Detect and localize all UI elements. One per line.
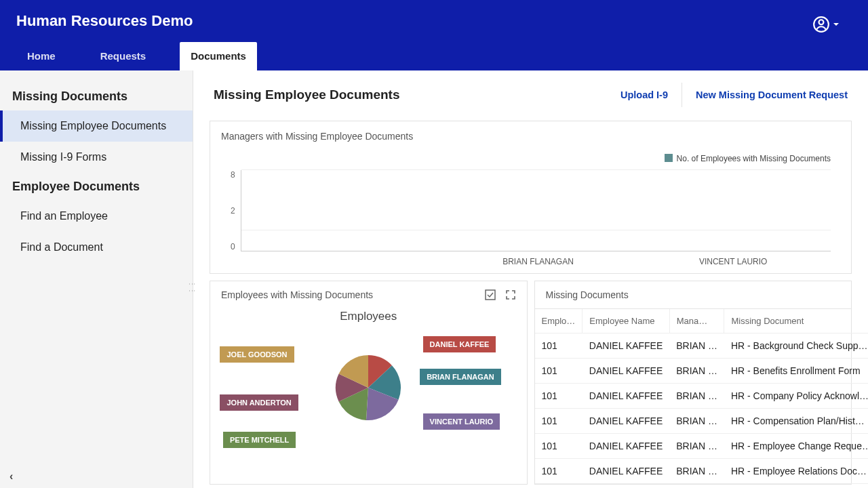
pie-card-title: Employees with Missing Documents [221,289,373,300]
table-row[interactable]: 101DANIEL KAFFEEBRIAN …HR - Background C… [535,333,869,359]
sidebar-item-find-employee[interactable]: Find an Employee [0,201,193,232]
pie-slice-label: VINCENT LAURIO [423,413,500,430]
tab-home[interactable]: Home [16,42,66,70]
bar-plot [241,170,831,251]
legend-label: No. of Employees with Missing Documents [677,154,831,163]
table-title: Missing Documents [535,281,852,309]
table-row[interactable]: 101DANIEL KAFFEEBRIAN …HR - Employee Cha… [535,434,869,459]
checkbox-icon[interactable] [485,289,496,300]
expand-icon[interactable] [505,289,516,300]
upload-i9-button[interactable]: Upload I-9 [620,89,668,100]
sidebar-item-find-document[interactable]: Find a Document [0,232,193,263]
table-row[interactable]: 101DANIEL KAFFEEBRIAN …HR - Compensation… [535,409,869,434]
tab-requests[interactable]: Requests [90,42,157,70]
y-axis: 8 2 0 [231,170,241,251]
pie-chart: DANIEL KAFFEEBRIAN FLANAGANVINCENT LAURI… [217,323,520,452]
svg-point-1 [819,20,824,24]
pie-slice-label: BRIAN FLANAGAN [420,369,501,385]
sidebar-item-missing-employee-documents[interactable]: Missing Employee Documents [0,110,193,142]
caret-down-icon [833,21,840,28]
missing-documents-table: Emplo… Employee Name Mana… Missing Docum… [535,309,869,484]
app-title: Human Resources Demo [16,12,193,37]
pie-chart-title: Employees [217,310,520,323]
user-menu[interactable] [812,16,852,33]
content: Missing Employee Documents Upload I-9 Ne… [193,70,868,488]
managers-chart-title: Managers with Missing Employee Documents [210,121,851,151]
content-title: Missing Employee Documents [214,87,400,102]
legend-swatch [665,154,673,162]
pie-slice-label: PETE MITCHELL [223,432,296,448]
sidebar-heading-missing: Missing Documents [0,83,193,110]
table-row[interactable]: 101DANIEL KAFFEEBRIAN …HR - Benefits Enr… [535,359,869,384]
col-employee-name[interactable]: Employee Name [583,309,669,333]
new-missing-document-request-button[interactable]: New Missing Document Request [696,89,848,100]
x-axis: BRIAN FLANAGAN VINCENT LAURIO [245,251,831,266]
col-manager[interactable]: Mana… [669,309,724,333]
missing-documents-table-card: Missing Documents Emplo… Employee Name M… [534,281,852,485]
main-tabs: Home Requests Documents [16,42,852,70]
table-row[interactable]: 101DANIEL KAFFEEBRIAN …HR - Company Poli… [535,384,869,409]
pie-slice-label: JOHN ANDERTON [220,394,298,411]
sidebar-item-missing-i9-forms[interactable]: Missing I-9 Forms [0,142,193,173]
table-row[interactable]: 101DANIEL KAFFEEBRIAN …HR - Employee Rel… [535,459,869,484]
pie-slice-label: DANIEL KAFFEE [423,336,496,352]
sidebar-heading-employee: Employee Documents [0,173,193,201]
divider [682,83,682,107]
svg-rect-2 [486,290,495,300]
col-missing-document[interactable]: Missing Document [724,309,868,333]
header: Human Resources Demo Home Requests Docum… [0,0,868,70]
col-employee-id[interactable]: Emplo… [535,309,583,333]
user-icon [812,16,830,33]
employees-pie-card: Employees with Missing Documents Employe… [210,281,528,485]
tab-documents[interactable]: Documents [180,42,257,70]
pie-slice-label: JOEL GOODSON [220,346,294,363]
collapse-sidebar-icon[interactable]: ‹ [9,470,13,483]
sidebar-resize-handle[interactable]: ⋮⋮ [189,281,196,294]
managers-chart-card: Managers with Missing Employee Documents… [210,121,852,274]
sidebar: Missing Documents Missing Employee Docum… [0,70,193,488]
